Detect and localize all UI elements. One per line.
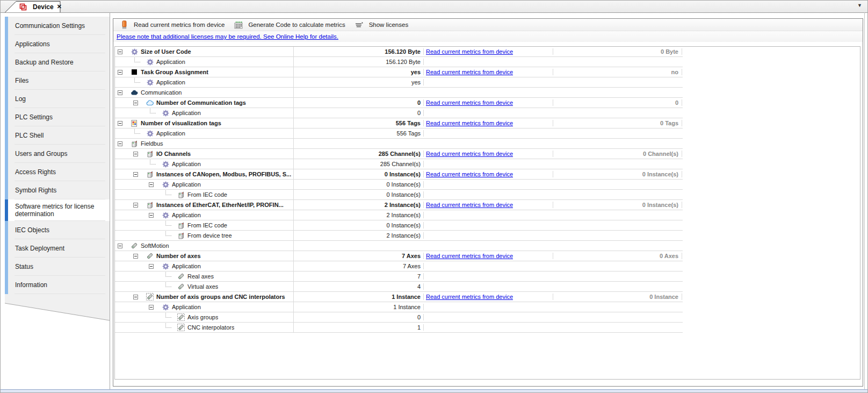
metric-label: Size of User Code xyxy=(141,48,191,55)
sidebar-item-files[interactable]: Files xyxy=(5,72,110,90)
metric-label: Application xyxy=(172,263,201,269)
metric-tree-cell: Application xyxy=(115,77,294,87)
expand-collapse-toggle[interactable] xyxy=(118,141,122,146)
read-metrics-link[interactable]: Read current metrics from device xyxy=(426,202,513,208)
axis-icon xyxy=(177,283,185,290)
table-row: Application 556 Tags xyxy=(115,128,683,139)
tab-overflow-caret-icon[interactable]: ▼ xyxy=(857,3,862,8)
sidebar-item-status[interactable]: Status xyxy=(5,258,110,276)
sidebar-item-label: Applications xyxy=(15,40,50,48)
metric-tree-cell: Application xyxy=(115,57,294,67)
expand-collapse-toggle[interactable] xyxy=(133,152,138,156)
read-metrics-link[interactable]: Read current metrics from device xyxy=(426,48,513,55)
read-metrics-link[interactable]: Read current metrics from device xyxy=(426,294,513,300)
metric-tree-cell: Application xyxy=(115,261,294,271)
sidebar-item-communication-settings[interactable]: Communication Settings xyxy=(5,17,110,35)
tab-title: Device xyxy=(33,3,54,11)
axis-icon xyxy=(146,252,154,260)
table-row: Instances of EtherCAT, EtherNet/IP, PROF… xyxy=(115,200,683,210)
read-metrics-button[interactable]: Read current metrics from device xyxy=(116,19,228,30)
expand-collapse-toggle[interactable] xyxy=(133,295,138,299)
metric-label: Number of axes xyxy=(156,253,201,259)
sidebar-item-iec-objects[interactable]: IEC Objects xyxy=(5,221,110,239)
table-row: Number of Communication tags 0 Read curr… xyxy=(115,98,683,108)
fieldbus-device-icon xyxy=(146,151,154,158)
sidebar-item-label: PLC Settings xyxy=(15,113,53,121)
table-row: SoftMotion xyxy=(115,241,683,251)
expand-collapse-toggle[interactable] xyxy=(118,121,122,126)
sidebar-item-log[interactable]: Log xyxy=(5,90,110,108)
expand-collapse-toggle[interactable] xyxy=(149,305,154,310)
metric-label: From device tree xyxy=(187,232,232,239)
sidebar-item-task-deployment[interactable]: Task Deployment xyxy=(5,239,110,258)
read-metrics-link[interactable]: Read current metrics from device xyxy=(426,69,513,75)
metric-value-cell: 0 xyxy=(294,110,424,116)
sidebar-item-applications[interactable]: Applications xyxy=(5,35,110,53)
expand-collapse-toggle[interactable] xyxy=(118,70,122,75)
sidebar-item-label: Access Rights xyxy=(15,168,56,176)
sidebar-item-information[interactable]: Information xyxy=(5,276,110,294)
metric-value-cell: 0 Instance(s) xyxy=(294,171,424,177)
metric-label: Application xyxy=(172,110,201,116)
metric-label: Fieldbus xyxy=(141,140,163,147)
expand-collapse-toggle[interactable] xyxy=(149,264,154,269)
sidebar-item-access-rights[interactable]: Access Rights xyxy=(5,163,110,181)
expand-collapse-toggle[interactable] xyxy=(149,182,154,187)
metric-label: Virtual axes xyxy=(187,283,218,290)
tab-device[interactable]: Device ✕ xyxy=(5,1,61,12)
read-metrics-link[interactable]: Read current metrics from device xyxy=(426,151,513,157)
table-row: CNC interpolators 1 xyxy=(115,323,683,333)
sidebar-item-label: Task Deployment xyxy=(15,245,64,252)
table-row: IO Channels 285 Channel(s) Read current … xyxy=(115,149,683,159)
metric-value-cell: 7 xyxy=(294,273,424,280)
expand-collapse-toggle[interactable] xyxy=(133,254,138,259)
read-metrics-link[interactable]: Read current metrics from device xyxy=(426,171,513,177)
metric-link-cell: Read current metrics from device xyxy=(424,69,553,75)
metric-label: From IEC code xyxy=(187,222,227,228)
metric-label: Application xyxy=(156,59,185,65)
tab-close-icon[interactable]: ✕ xyxy=(57,3,62,10)
metric-label: SoftMotion xyxy=(141,242,169,249)
table-row: Application 156.120 Byte xyxy=(115,57,683,67)
show-licenses-icon xyxy=(355,21,364,28)
table-row: Task Group Assignment yes Read current m… xyxy=(115,67,683,77)
expand-collapse-toggle[interactable] xyxy=(133,203,138,208)
expand-collapse-toggle[interactable] xyxy=(118,244,122,248)
sidebar-item-label: Software metrics for license determinati… xyxy=(15,203,106,218)
metric-value-cell: 0 xyxy=(294,99,424,106)
sidebar-item-plc-shell[interactable]: PLC Shell xyxy=(5,126,110,145)
sidebar-item-backup-and-restore[interactable]: Backup and Restore xyxy=(5,53,110,72)
sidebar-item-plc-settings[interactable]: PLC Settings xyxy=(5,108,110,126)
fieldbus-device-icon xyxy=(146,171,154,178)
table-row: Real axes 7 xyxy=(115,271,683,282)
metric-tree-cell: IO Channels xyxy=(115,149,294,159)
tree-elbow-line xyxy=(165,313,171,318)
expand-collapse-toggle[interactable] xyxy=(133,101,138,105)
expand-collapse-toggle[interactable] xyxy=(118,90,122,95)
sidebar-item-symbol-rights[interactable]: Symbol Rights xyxy=(5,181,110,199)
table-row: Application 0 Instance(s) xyxy=(115,180,683,190)
expand-collapse-toggle[interactable] xyxy=(118,49,122,54)
table-row: From device tree 2 Instance(s) xyxy=(115,231,683,241)
read-metrics-link[interactable]: Read current metrics from device xyxy=(426,253,513,259)
table-row: Size of User Code 156.120 Byte Read curr… xyxy=(115,47,683,57)
metric-value-cell: 0 Instance(s) xyxy=(294,181,424,188)
expand-collapse-toggle[interactable] xyxy=(149,213,154,218)
axis-group-icon xyxy=(177,324,185,331)
sidebar-item-label: Log xyxy=(15,95,26,103)
axis-group-icon xyxy=(177,313,185,321)
fieldbus-device-icon xyxy=(146,202,154,209)
show-licenses-button[interactable]: Show licenses xyxy=(351,19,413,30)
expand-collapse-toggle[interactable] xyxy=(133,172,138,177)
tree-elbow-line xyxy=(165,272,171,277)
gear-icon xyxy=(161,161,170,168)
sidebar-item-software-metrics-for-license-determination[interactable]: Software metrics for license determinati… xyxy=(5,199,110,221)
license-notice-link[interactable]: Please note that additional licenses may… xyxy=(117,33,338,40)
sidebar-item-users-and-groups[interactable]: Users and Groups xyxy=(5,145,110,163)
generate-code-button[interactable]: Generate Code to calculate metrics xyxy=(230,19,349,30)
cloud-outline-icon xyxy=(146,99,154,106)
read-metrics-link[interactable]: Read current metrics from device xyxy=(426,120,513,126)
metric-tree-cell: Instances of CANopen, Modbus, PROFIBUS, … xyxy=(115,169,294,179)
metrics-tree-grid: Size of User Code 156.120 Byte Read curr… xyxy=(115,47,683,333)
read-metrics-link[interactable]: Read current metrics from device xyxy=(426,99,513,106)
